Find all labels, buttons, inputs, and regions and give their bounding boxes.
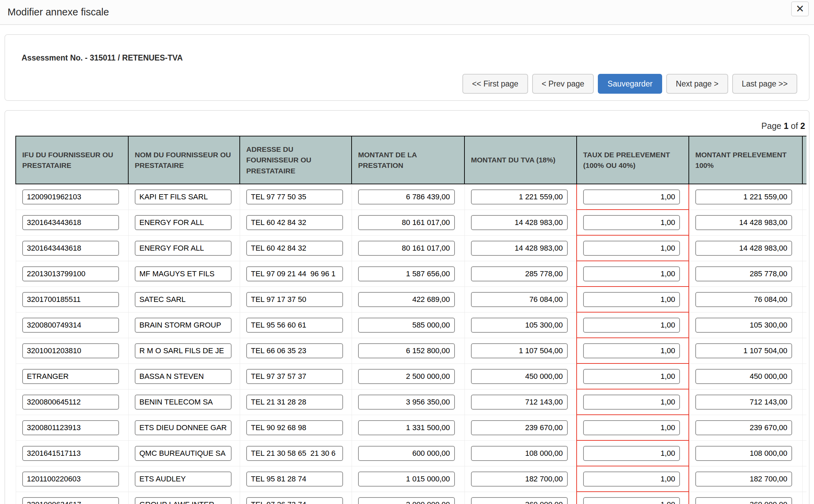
montant-prestation-input[interactable] bbox=[358, 318, 455, 333]
nom-input[interactable] bbox=[135, 241, 232, 256]
montant-prelevement-input[interactable] bbox=[695, 497, 792, 504]
adresse-input[interactable] bbox=[246, 318, 343, 333]
montant-tva-input[interactable] bbox=[471, 318, 568, 333]
montant-prelevement-input[interactable] bbox=[695, 395, 792, 410]
ifu-input[interactable] bbox=[22, 369, 119, 384]
adresse-input[interactable] bbox=[246, 343, 343, 358]
first-page-button[interactable]: << First page bbox=[462, 74, 528, 94]
montant-prelevement-input[interactable] bbox=[695, 472, 792, 487]
nom-input[interactable] bbox=[135, 369, 232, 384]
montant-tva-input[interactable] bbox=[471, 497, 568, 504]
prev-page-button[interactable]: < Prev page bbox=[532, 74, 594, 94]
montant-prestation-input[interactable] bbox=[358, 395, 455, 410]
adresse-input[interactable] bbox=[246, 395, 343, 410]
nom-input[interactable] bbox=[135, 497, 232, 504]
adresse-input[interactable] bbox=[246, 266, 343, 281]
montant-tva-input[interactable] bbox=[471, 215, 568, 230]
ifu-input[interactable] bbox=[22, 497, 119, 504]
taux-prelevement-input[interactable] bbox=[583, 318, 680, 333]
montant-prestation-input[interactable] bbox=[358, 241, 455, 256]
taux-prelevement-input[interactable] bbox=[583, 446, 680, 461]
montant-prelevement-input[interactable] bbox=[695, 446, 792, 461]
nom-input[interactable] bbox=[135, 318, 232, 333]
taux-prelevement-input[interactable] bbox=[583, 343, 680, 358]
montant-tva-input[interactable] bbox=[471, 343, 568, 358]
montant-tva-input[interactable] bbox=[471, 266, 568, 281]
ifu-input[interactable] bbox=[22, 420, 119, 435]
ifu-input[interactable] bbox=[22, 343, 119, 358]
montant-prelevement-input[interactable] bbox=[695, 420, 792, 435]
montant-prestation-input[interactable] bbox=[358, 446, 455, 461]
montant-prelevement-input[interactable] bbox=[695, 369, 792, 384]
montant-prelevement-input[interactable] bbox=[695, 292, 792, 307]
adresse-input[interactable] bbox=[246, 420, 343, 435]
montant-prelevement-input[interactable] bbox=[695, 215, 792, 230]
taux-prelevement-input[interactable] bbox=[583, 189, 680, 204]
close-button[interactable]: ✕ bbox=[791, 1, 809, 16]
adresse-input[interactable] bbox=[246, 215, 343, 230]
adresse-input[interactable] bbox=[246, 497, 343, 504]
ifu-input[interactable] bbox=[22, 318, 119, 333]
montant-tva-input[interactable] bbox=[471, 241, 568, 256]
taux-prelevement-input[interactable] bbox=[583, 369, 680, 384]
adresse-input[interactable] bbox=[246, 189, 343, 204]
ifu-input[interactable] bbox=[22, 266, 119, 281]
montant-tva-input[interactable] bbox=[471, 292, 568, 307]
montant-tva-input[interactable] bbox=[471, 420, 568, 435]
page-current: 1 bbox=[784, 121, 788, 131]
montant-prestation-input[interactable] bbox=[358, 266, 455, 281]
nom-input[interactable] bbox=[135, 420, 232, 435]
montant-prestation-input[interactable] bbox=[358, 189, 455, 204]
montant-prestation-input[interactable] bbox=[358, 497, 455, 504]
ifu-input[interactable] bbox=[22, 472, 119, 487]
adresse-input[interactable] bbox=[246, 446, 343, 461]
nom-input[interactable] bbox=[135, 343, 232, 358]
nom-input[interactable] bbox=[135, 266, 232, 281]
nom-input[interactable] bbox=[135, 189, 232, 204]
taux-prelevement-input[interactable] bbox=[583, 292, 680, 307]
nom-input[interactable] bbox=[135, 215, 232, 230]
taux-prelevement-input[interactable] bbox=[583, 215, 680, 230]
montant-prelevement-input[interactable] bbox=[695, 343, 792, 358]
ifu-input[interactable] bbox=[22, 215, 119, 230]
montant-prestation-input[interactable] bbox=[358, 369, 455, 384]
last-page-button[interactable]: Last page >> bbox=[732, 74, 797, 94]
adresse-input[interactable] bbox=[246, 292, 343, 307]
nom-input[interactable] bbox=[135, 292, 232, 307]
table-row bbox=[16, 338, 806, 363]
ifu-input[interactable] bbox=[22, 446, 119, 461]
montant-prestation-input[interactable] bbox=[358, 292, 455, 307]
adresse-input[interactable] bbox=[246, 472, 343, 487]
montant-prestation-input[interactable] bbox=[358, 343, 455, 358]
ifu-input[interactable] bbox=[22, 395, 119, 410]
taux-prelevement-input[interactable] bbox=[583, 395, 680, 410]
taux-prelevement-input[interactable] bbox=[583, 241, 680, 256]
montant-tva-input[interactable] bbox=[471, 446, 568, 461]
taux-prelevement-input[interactable] bbox=[583, 420, 680, 435]
montant-prestation-input[interactable] bbox=[358, 215, 455, 230]
nom-input[interactable] bbox=[135, 472, 232, 487]
montant-prelevement-input[interactable] bbox=[695, 266, 792, 281]
save-button[interactable]: Sauvegarder bbox=[598, 74, 662, 94]
montant-prestation-input[interactable] bbox=[358, 472, 455, 487]
adresse-input[interactable] bbox=[246, 369, 343, 384]
montant-tva-input[interactable] bbox=[471, 369, 568, 384]
ifu-input[interactable] bbox=[22, 292, 119, 307]
montant-prelevement-input[interactable] bbox=[695, 318, 792, 333]
montant-prelevement-input[interactable] bbox=[695, 189, 792, 204]
extra-cell bbox=[802, 184, 806, 210]
montant-tva-input[interactable] bbox=[471, 189, 568, 204]
adresse-input[interactable] bbox=[246, 241, 343, 256]
montant-prestation-input[interactable] bbox=[358, 420, 455, 435]
taux-prelevement-input[interactable] bbox=[583, 266, 680, 281]
montant-tva-input[interactable] bbox=[471, 472, 568, 487]
montant-prelevement-input[interactable] bbox=[695, 241, 792, 256]
ifu-input[interactable] bbox=[22, 241, 119, 256]
nom-input[interactable] bbox=[135, 446, 232, 461]
next-page-button[interactable]: Next page > bbox=[666, 74, 728, 94]
taux-prelevement-input[interactable] bbox=[583, 497, 680, 504]
ifu-input[interactable] bbox=[22, 189, 119, 204]
montant-tva-input[interactable] bbox=[471, 395, 568, 410]
nom-input[interactable] bbox=[135, 395, 232, 410]
taux-prelevement-input[interactable] bbox=[583, 472, 680, 487]
